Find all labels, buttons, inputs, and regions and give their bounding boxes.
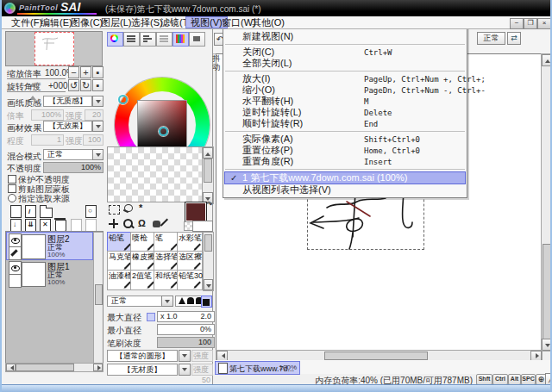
zoom-in-button[interactable]: + — [80, 66, 91, 78]
layer-mask-icon[interactable]: ○ — [85, 205, 97, 218]
brush-pen[interactable]: 笔 — [154, 232, 179, 252]
maximize-button[interactable]: ❐ — [524, 18, 537, 29]
view-mode-button[interactable]: 正常 — [477, 32, 505, 45]
opacity-slider[interactable]: 100% — [43, 162, 104, 173]
document-tab[interactable]: 第七下载www.7d... 100% — [215, 361, 300, 375]
layer-visibility-icon[interactable] — [9, 233, 22, 247]
angle-reset-button[interactable]: ▪ — [92, 79, 104, 91]
menu-item-reset-position[interactable]: 重置位移(P)Home, Ctrl+0 — [223, 145, 467, 156]
clip-mask-checkbox[interactable] — [8, 184, 16, 193]
brush-paper-pen[interactable]: 和纸笔 — [154, 270, 179, 290]
menu-item-reset-angle[interactable]: 重置角度(R)Insert — [223, 156, 467, 167]
rotate-tool-icon[interactable]: Ω — [138, 218, 146, 228]
brush-pencil[interactable]: 铅笔 — [107, 232, 133, 252]
brush-eraser[interactable]: 橡皮擦 — [130, 251, 156, 271]
brush-texture-dropdown-arrow[interactable] — [179, 364, 191, 376]
blend-mode-dropdown-arrow[interactable] — [92, 149, 104, 160]
minimize-button[interactable]: − — [510, 18, 524, 29]
menu-item-rotate-ccw[interactable]: 逆时针旋转(L)Delete — [223, 107, 467, 118]
brush-select-pen[interactable]: 选择笔 — [154, 251, 179, 271]
blend-mode-select[interactable]: 正常 — [43, 149, 96, 160]
menu-item-close[interactable]: 关闭(C)Ctrl+W — [223, 47, 467, 58]
menu-item-zoom-in[interactable]: 放大(I)PageUp, Ctrl+Num +, Ctrl+; — [223, 73, 467, 84]
menu-item-actual-pixels[interactable]: 实际像素(A)Shift+Ctrl+0 — [223, 134, 467, 145]
min-diameter-field[interactable]: 0% — [157, 324, 215, 335]
brush-mode-dropdown-arrow[interactable] — [161, 296, 173, 307]
brush-bucket[interactable]: 油漆桶 — [107, 270, 133, 290]
paper-texture-select[interactable]: 【无质感】 — [43, 96, 92, 107]
flip-view-button[interactable]: ⇄ — [507, 32, 521, 45]
menu-item-current-view[interactable]: ✓1 第七下载www.7down.com.sai (100%) — [225, 172, 465, 184]
layer-list-hscrollbar[interactable] — [5, 363, 104, 372]
layer-item-2[interactable]: 图层2 正常 100% — [7, 233, 92, 259]
hand-tool-icon[interactable] — [153, 221, 160, 227]
transfer-down-icon[interactable]: ↓ — [10, 219, 22, 232]
brush-tip-dome[interactable] — [187, 297, 194, 304]
zoom-reset-button[interactable]: ▪ — [92, 66, 104, 78]
new-folder-icon[interactable] — [40, 208, 53, 218]
brush-pencil30[interactable]: 铅笔30 — [177, 270, 203, 290]
zoom-slider-track[interactable] — [7, 78, 66, 79]
close-button[interactable]: × — [537, 18, 551, 29]
lasso-tool-icon[interactable] — [124, 204, 133, 212]
menu-others[interactable]: 其他(O) — [248, 17, 289, 28]
menu-item-close-all[interactable]: 全部关闭(L) — [223, 58, 467, 69]
layer-visibility-icon[interactable] — [9, 261, 22, 275]
layer-item-1[interactable]: 图层1 正常 100% — [7, 260, 92, 287]
window-frame-bottom[interactable] — [0, 384, 552, 392]
zoom-tool-icon[interactable] — [123, 219, 133, 228]
layer-edit-icon[interactable] — [9, 246, 22, 260]
foreground-color-swatch[interactable] — [185, 202, 207, 222]
color-mixer-tab[interactable] — [156, 32, 172, 47]
color-wheel-tab[interactable] — [107, 32, 123, 47]
saturation-value-square[interactable] — [138, 101, 186, 149]
scratchpad-vscrollbar[interactable] — [202, 146, 214, 204]
rotate-cw-button[interactable]: ↻ — [80, 79, 91, 91]
zoom-out-button[interactable]: − — [68, 66, 79, 78]
scratchpad-tab[interactable] — [189, 32, 205, 47]
brush-deselect-pen[interactable]: 选区擦 — [177, 251, 203, 271]
new-sketch-layer-icon[interactable]: / — [25, 205, 36, 218]
rect-select-tool-icon[interactable] — [109, 205, 120, 215]
brush-tip-square-selected[interactable] — [201, 296, 212, 308]
brush-density-slider[interactable]: 100 — [157, 337, 215, 348]
clear-layer-icon[interactable]: ✕ — [40, 219, 51, 232]
brush-mode-select[interactable]: 正常 — [107, 296, 164, 307]
brush-shape-select[interactable]: 【通常的圆形】 — [107, 350, 178, 362]
rotate-ccw-button[interactable]: ↺ — [68, 79, 79, 91]
paper-texture-dropdown-arrow[interactable] — [92, 96, 104, 107]
brush-texture-select[interactable]: 【无材质】 — [107, 364, 178, 376]
angle-slider-track[interactable] — [7, 91, 66, 92]
hue-selector-dot[interactable] — [118, 95, 128, 104]
brush-airbrush[interactable]: 喷枪 — [130, 232, 156, 252]
swatches-tab[interactable] — [172, 32, 189, 47]
brush-shape-dropdown-arrow[interactable] — [179, 350, 191, 362]
new-layer-icon[interactable] — [10, 205, 22, 218]
sv-selector-dot[interactable] — [159, 127, 168, 136]
merge-down-icon[interactable]: ⇊ — [25, 219, 36, 232]
rgb-slider-tab[interactable] — [123, 32, 140, 47]
magic-wand-tool-icon[interactable]: * — [139, 202, 142, 213]
diameter-unit-toggle[interactable] — [147, 313, 155, 321]
layer-list-vscrollbar[interactable] — [93, 232, 104, 364]
menu-item-new-view[interactable]: 新建视图(N) — [223, 31, 467, 42]
menu-item-rotate-cw[interactable]: 顺时针旋转(R)End — [223, 118, 467, 129]
layer-edit-icon[interactable] — [9, 274, 22, 288]
move-tool-icon[interactable] — [109, 219, 118, 228]
selection-source-radio[interactable] — [8, 194, 16, 202]
brush-grid-vscrollbar[interactable] — [203, 232, 214, 291]
menu-item-flip-horizontal[interactable]: 水平翻转(H)M — [223, 96, 467, 107]
navigator-preview[interactable] — [5, 31, 103, 66]
scratchpad-area[interactable] — [107, 146, 203, 202]
menu-item-zoom-out[interactable]: 缩小(O)PageDn, Ctrl+Num -, Ctrl+- — [223, 84, 467, 96]
paper-effect-select[interactable]: 【无效果】 — [43, 121, 92, 132]
background-color-swatch[interactable] — [192, 221, 213, 232]
hsv-slider-tab[interactable] — [140, 32, 156, 47]
brush-tip-spike[interactable] — [179, 297, 185, 304]
brush-marker[interactable]: 马克笔 — [107, 251, 133, 271]
delete-layer-icon[interactable] — [55, 220, 66, 232]
brush-binary-pen[interactable]: 2值笔 — [130, 270, 156, 290]
paper-effect-dropdown-arrow[interactable] — [92, 121, 104, 132]
menu-item-select-from-list[interactable]: 从视图列表中选择(V) — [223, 184, 467, 196]
max-diameter-field[interactable]: x 1.02.0 — [157, 311, 215, 322]
